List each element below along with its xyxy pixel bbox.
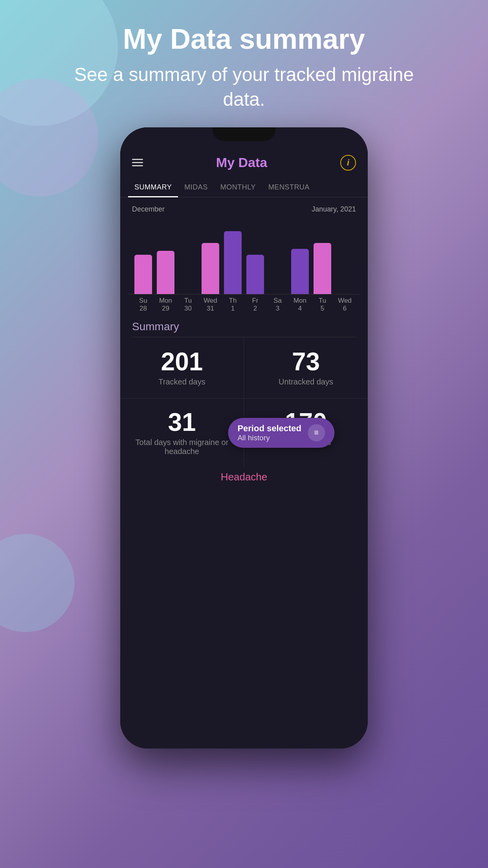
tab-menstrual[interactable]: MENSTRUA	[262, 178, 316, 197]
info-icon: i	[347, 158, 349, 168]
bar-group	[154, 251, 177, 294]
month-labels: December January, 2021	[128, 205, 360, 213]
chart-bar	[314, 243, 331, 294]
stats-grid-bottom: 31 Total days with migraine or headache …	[120, 399, 368, 467]
chart-bar	[134, 255, 152, 294]
page-subtitle: See a summary of your tracked migraine d…	[67, 63, 421, 112]
chart-bar	[224, 231, 242, 294]
bar-group	[199, 243, 222, 294]
day-name: Tu	[184, 297, 192, 305]
day-number: 2	[253, 305, 257, 313]
day-number: 1	[231, 305, 235, 313]
filter-icon[interactable]: ≡	[308, 424, 325, 441]
filter-icon-symbol: ≡	[314, 428, 319, 437]
day-name: Mon	[294, 297, 306, 305]
day-name: Tu	[319, 297, 326, 305]
untracked-days-label: Untracked days	[252, 377, 360, 386]
chart-bar	[246, 255, 264, 294]
period-pill[interactable]: Period selected All history ≡	[228, 418, 334, 448]
day-label: Mon4	[289, 297, 311, 313]
bg-decoration-3	[0, 534, 75, 632]
day-label: Tu5	[311, 297, 334, 313]
month-december: December	[132, 205, 165, 213]
day-name: Wed	[204, 297, 217, 305]
day-number: 5	[321, 305, 324, 313]
day-number: 29	[162, 305, 169, 313]
tab-summary[interactable]: SUMMARY	[128, 178, 178, 197]
bar-group	[289, 249, 311, 294]
info-button[interactable]: i	[340, 155, 356, 171]
bar-group	[132, 255, 154, 294]
tab-midas[interactable]: MIDAS	[178, 178, 214, 197]
summary-heading: Summary	[120, 313, 368, 337]
period-selected-label: Period selected	[237, 423, 301, 434]
chart-bar	[157, 251, 174, 294]
app-title: My Data	[216, 155, 267, 170]
day-label: Th1	[222, 297, 244, 313]
bar-group	[244, 255, 266, 294]
day-label: Wed31	[199, 297, 222, 313]
tab-monthly[interactable]: MONTHLY	[214, 178, 262, 197]
phone-screen: My Data i SUMMARY MIDAS MONTHLY MENSTRUA…	[120, 127, 368, 748]
chart-bar	[202, 243, 219, 294]
tracked-days-number: 201	[128, 349, 236, 374]
day-number: 3	[276, 305, 279, 313]
day-number: 31	[207, 305, 214, 313]
stats-grid-top: 201 Tracked days 73 Untracked days	[120, 337, 368, 399]
day-label: Fr2	[244, 297, 266, 313]
header-area: My Data summary See a summary of your tr…	[67, 0, 421, 127]
chart-container: December January, 2021 Su28Mon29Tu30Wed3…	[120, 197, 368, 313]
day-label: Tu30	[177, 297, 199, 313]
day-number: 28	[139, 305, 147, 313]
day-label: Sa3	[266, 297, 289, 313]
migraine-days-number: 31	[128, 410, 236, 435]
day-labels: Su28Mon29Tu30Wed31Th1Fr2Sa3Mon4Tu5Wed6	[128, 294, 360, 313]
untracked-days-number: 73	[252, 349, 360, 374]
app-bar: My Data i	[120, 147, 368, 178]
period-all-history: All history	[237, 434, 301, 442]
menu-icon[interactable]	[132, 159, 143, 166]
day-name: Fr	[252, 297, 258, 305]
stat-untracked-days: 73 Untracked days	[244, 337, 368, 399]
headache-label: Headache	[120, 467, 368, 483]
day-label: Mon29	[154, 297, 177, 313]
phone-frame: My Data i SUMMARY MIDAS MONTHLY MENSTRUA…	[120, 127, 368, 748]
phone-notch	[213, 127, 275, 141]
day-number: 30	[184, 305, 192, 313]
stat-migraine-days: 31 Total days with migraine or headache	[120, 399, 244, 467]
day-label: Su28	[132, 297, 154, 313]
month-january: January, 2021	[312, 205, 356, 213]
tab-bar: SUMMARY MIDAS MONTHLY MENSTRUA	[120, 178, 368, 197]
stat-tracked-days: 201 Tracked days	[120, 337, 244, 399]
day-name: Mon	[159, 297, 172, 305]
page-title: My Data summary	[67, 24, 421, 55]
bar-group	[311, 243, 334, 294]
bar-chart	[128, 216, 360, 294]
day-number: 6	[343, 305, 347, 313]
day-name: Wed	[338, 297, 352, 305]
migraine-days-label: Total days with migraine or headache	[128, 438, 236, 456]
bar-group	[222, 231, 244, 294]
period-pill-text: Period selected All history	[237, 423, 301, 442]
day-name: Th	[229, 297, 237, 305]
day-name: Su	[139, 297, 147, 305]
day-number: 4	[298, 305, 302, 313]
day-name: Sa	[273, 297, 282, 305]
day-label: Wed6	[334, 297, 356, 313]
tracked-days-label: Tracked days	[128, 377, 236, 386]
chart-bar	[291, 249, 309, 294]
